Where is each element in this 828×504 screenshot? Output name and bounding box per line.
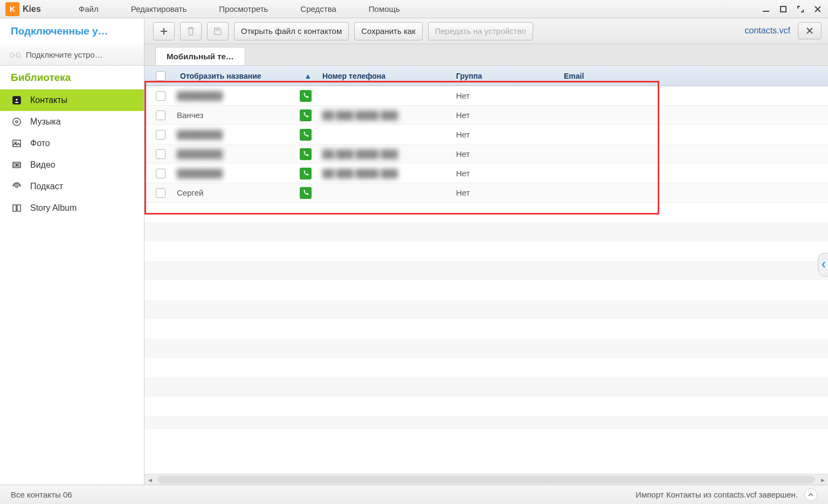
tab-mobile-phone[interactable]: Мобильный те…: [155, 47, 245, 65]
contact-group: Нет: [451, 111, 558, 120]
status-expand-button[interactable]: [804, 488, 817, 501]
row-checkbox[interactable]: [156, 149, 165, 159]
row-checkbox[interactable]: [156, 169, 165, 178]
sidebar-item-music[interactable]: Музыка: [0, 111, 144, 133]
open-contact-file-button[interactable]: Открыть файл с контактом: [234, 22, 349, 40]
fullscreen-icon[interactable]: [796, 4, 805, 14]
chevron-left-icon: [821, 261, 826, 268]
table-row[interactable]: Ванчез██ ███ ████ ███Нет: [144, 106, 828, 125]
sidebar-item-video[interactable]: Видео: [0, 154, 144, 176]
side-panel-toggle[interactable]: [818, 253, 828, 277]
contact-name: ████████: [177, 149, 223, 158]
phone-icon: [300, 109, 312, 121]
send-to-device-button[interactable]: Передать на устройство: [428, 22, 533, 40]
sidebar-item-label: Видео: [30, 160, 56, 170]
add-button[interactable]: [153, 22, 175, 40]
device-icon: [10, 51, 20, 59]
library-header: Библиотека: [0, 66, 144, 89]
col-header-email[interactable]: Email: [558, 66, 709, 86]
contact-phone: ██ ███ ████ ███: [317, 111, 451, 120]
sidebar-item-label: Контакты: [30, 95, 67, 105]
col-header-group[interactable]: Группа: [451, 66, 558, 86]
close-icon: [805, 26, 814, 35]
phone-icon: [300, 168, 312, 179]
contact-group: Нет: [451, 130, 558, 139]
sidebar-item-photo[interactable]: Фото: [0, 133, 144, 154]
svg-point-13: [13, 118, 20, 126]
sidebar-item-label: Фото: [30, 139, 50, 148]
menu-tools[interactable]: Средства: [284, 4, 352, 13]
scroll-left-icon[interactable]: ◂: [144, 475, 155, 484]
row-checkbox[interactable]: [156, 91, 165, 101]
contact-group: Нет: [451, 188, 558, 197]
table-row[interactable]: ██████████ ███ ████ ███Нет: [144, 144, 828, 164]
contacts-icon: [11, 95, 23, 106]
svg-point-12: [16, 99, 18, 101]
menu-edit[interactable]: Редактировать: [115, 4, 203, 13]
close-icon[interactable]: [813, 4, 823, 14]
sidebar-item-podcast[interactable]: Подкаст: [0, 176, 144, 197]
svg-point-14: [16, 121, 18, 123]
svg-rect-1: [781, 6, 786, 12]
col-header-name[interactable]: Отобразить название ▲: [177, 66, 317, 86]
close-file-button[interactable]: [798, 22, 822, 39]
menu-view[interactable]: Просмотреть: [203, 4, 284, 13]
sidebar-item-label: Подкаст: [30, 182, 63, 191]
phone-icon: [300, 129, 312, 141]
contact-name: ████████: [177, 91, 223, 100]
empty-rows-area: [144, 203, 828, 429]
delete-button[interactable]: [180, 22, 202, 40]
save-icon: [213, 26, 223, 36]
contact-name: ████████: [177, 130, 223, 139]
sort-asc-icon: ▲: [304, 72, 312, 80]
scroll-track[interactable]: [157, 476, 815, 484]
contact-phone: ██ ███ ████ ███: [317, 149, 451, 158]
sidebar: Подключите устро… Библиотека Контакты Му…: [0, 44, 144, 485]
save-button[interactable]: [207, 22, 229, 40]
table-body: ████████НетВанчез██ ███ ████ ███Нет█████…: [144, 86, 828, 203]
chevron-up-icon: [808, 492, 814, 498]
music-icon: [11, 116, 23, 127]
menu-file[interactable]: Файл: [63, 4, 115, 13]
phone-icon: [300, 148, 312, 160]
storyalbum-icon: [11, 203, 23, 213]
horizontal-scrollbar[interactable]: ◂ ▸: [144, 474, 828, 485]
contact-phone: ██ ███ ████ ███: [317, 169, 451, 178]
col-header-phone[interactable]: Номер телефона: [317, 66, 451, 86]
sidebar-connect-device[interactable]: Подключите устро…: [0, 44, 144, 66]
row-checkbox[interactable]: [156, 130, 165, 140]
trash-icon: [187, 26, 195, 36]
menu-help[interactable]: Помощь: [353, 4, 416, 13]
table-row[interactable]: ████████Нет: [144, 86, 828, 106]
contact-group: Нет: [451, 91, 558, 100]
table-row[interactable]: СергейНет: [144, 183, 828, 203]
status-left: Все контакты 06: [11, 490, 72, 499]
contact-group: Нет: [451, 149, 558, 158]
connect-device-label: Подключите устро…: [26, 50, 103, 59]
maximize-icon[interactable]: [778, 4, 788, 14]
svg-rect-8: [10, 53, 13, 57]
app-name: Kies: [23, 4, 41, 14]
minimize-icon[interactable]: [761, 4, 771, 14]
photo-icon: [11, 138, 23, 149]
save-as-button[interactable]: Сохранить как: [354, 22, 423, 40]
sidebar-item-storyalbum[interactable]: Story Album: [0, 197, 144, 219]
scroll-right-icon[interactable]: ▸: [817, 475, 828, 484]
contact-group: Нет: [451, 169, 558, 178]
contact-name: Ванчез: [177, 111, 203, 120]
plus-icon: [159, 26, 169, 36]
svg-rect-9: [17, 53, 20, 57]
connected-devices-header[interactable]: Подключенные у…: [0, 18, 144, 44]
row-checkbox[interactable]: [156, 188, 165, 198]
row-checkbox[interactable]: [156, 111, 165, 120]
table-row[interactable]: ████████Нет: [144, 125, 828, 144]
toolbar-buttons: Открыть файл с контактом Сохранить как П…: [144, 22, 542, 40]
statusbar: Все контакты 06 Импорт Контакты из conta…: [0, 485, 828, 504]
table-row[interactable]: ██████████ ███ ████ ███Нет: [144, 164, 828, 183]
sidebar-item-label: Музыка: [30, 117, 61, 127]
video-icon: [11, 160, 23, 170]
select-all-checkbox[interactable]: [156, 71, 165, 81]
sidebar-item-contacts[interactable]: Контакты: [0, 89, 144, 111]
window-controls: [761, 0, 823, 18]
open-filename: contacts.vcf: [745, 26, 790, 36]
